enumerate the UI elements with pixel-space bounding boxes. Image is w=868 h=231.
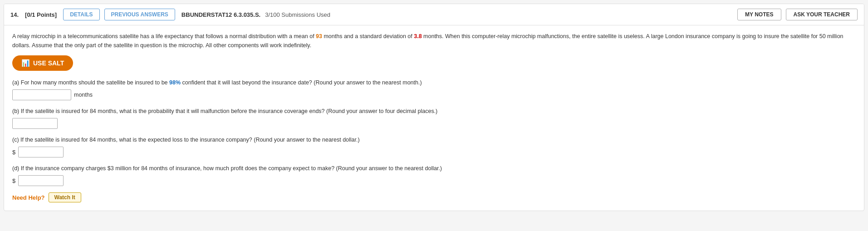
sub-c-input-row: $ xyxy=(12,147,856,157)
salt-icon: 📊 xyxy=(21,59,30,67)
sub-question-b: (b) If the satellite is insured for 84 m… xyxy=(12,107,856,129)
problem-text-part1: A relay microchip in a telecommunication… xyxy=(12,33,316,39)
sub-d-input[interactable] xyxy=(18,175,64,186)
sub-question-a: (a) For how many months should the satel… xyxy=(12,78,856,100)
my-notes-button[interactable]: MY NOTES xyxy=(737,9,781,20)
details-button[interactable]: DETAILS xyxy=(63,9,99,20)
mean-value: 93 xyxy=(316,33,322,39)
sub-a-text-part1: (a) For how many months should the satel… xyxy=(12,79,169,86)
problem-text-part2: months and a standard deviation of xyxy=(322,33,414,39)
watch-it-button[interactable]: Watch It xyxy=(49,192,81,202)
sub-b-text: (b) If the satellite is insured for 84 m… xyxy=(12,107,856,116)
sub-question-d: (d) If the insurance company charges $3 … xyxy=(12,164,856,186)
sub-c-text: (c) If the satellite is insured for 84 m… xyxy=(12,135,856,144)
sub-a-confidence: 98% xyxy=(169,79,181,86)
problem-code: BBUNDERSTAT12 6.3.035.S. xyxy=(181,11,260,18)
sub-a-text: (a) For how many months should the satel… xyxy=(12,78,856,87)
use-salt-label: USE SALT xyxy=(33,59,64,67)
sub-c-dollar: $ xyxy=(12,149,15,156)
sub-d-text: (d) If the insurance company charges $3 … xyxy=(12,164,856,173)
sub-question-c: (c) If the satellite is insured for 84 m… xyxy=(12,135,856,157)
submissions-used: 3/100 Submissions Used xyxy=(265,11,330,18)
previous-answers-button[interactable]: PREVIOUS ANSWERS xyxy=(104,9,175,20)
header-bar: 14. [0/1 Points] DETAILS PREVIOUS ANSWER… xyxy=(4,4,864,25)
need-help-label: Need Help? xyxy=(12,194,45,201)
points-display: [0/1 Points] xyxy=(25,11,57,18)
problem-text: A relay microchip in a telecommunication… xyxy=(12,32,856,50)
sub-d-dollar: $ xyxy=(12,177,15,184)
sub-c-input[interactable] xyxy=(18,147,64,157)
need-help-row: Need Help? Watch It xyxy=(12,192,856,202)
std-value: 3.8 xyxy=(414,33,422,39)
ask-teacher-button[interactable]: ASK YOUR TEACHER xyxy=(786,9,858,20)
sub-d-input-row: $ xyxy=(12,175,856,186)
sub-a-text-part2: confident that it will last beyond the i… xyxy=(181,79,422,86)
sub-a-unit-label: months xyxy=(74,92,93,98)
sub-b-input-row xyxy=(12,118,856,129)
sub-a-input-row: months xyxy=(12,89,856,100)
question-container: 14. [0/1 Points] DETAILS PREVIOUS ANSWER… xyxy=(4,4,864,211)
use-salt-button[interactable]: 📊 USE SALT xyxy=(12,55,73,71)
sub-b-input[interactable] xyxy=(12,118,58,129)
content-area: A relay microchip in a telecommunication… xyxy=(4,25,864,211)
sub-a-input[interactable] xyxy=(12,89,71,100)
question-number: 14. xyxy=(10,11,19,18)
